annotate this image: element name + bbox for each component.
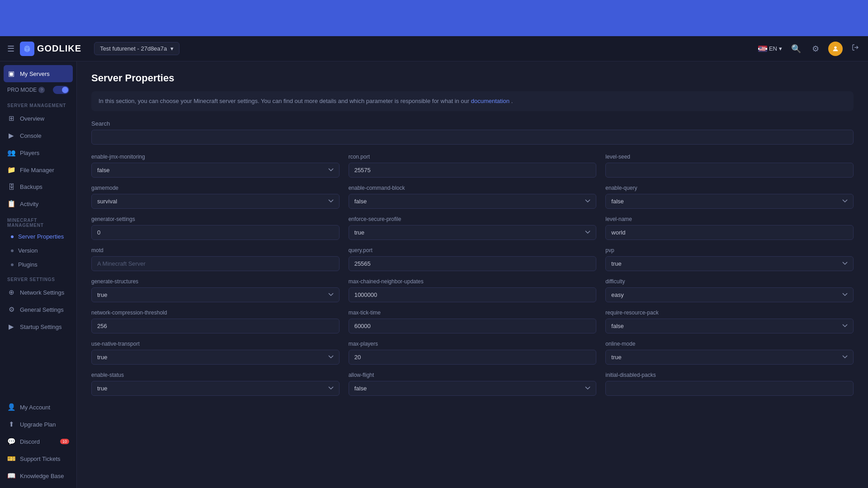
backups-icon: 🗄 xyxy=(7,183,15,191)
sidebar-item-support-tickets[interactable]: 🎫 Support Tickets xyxy=(0,450,76,467)
sidebar-item-network-settings-label: Network Settings xyxy=(20,289,64,296)
upgrade-plan-icon: ⬆ xyxy=(7,420,15,428)
sidebar-item-backups[interactable]: 🗄 Backups xyxy=(0,178,76,195)
property-field-generator-settings: generator-settings xyxy=(91,216,340,240)
property-select-difficulty[interactable]: peacefuleasynormalhard xyxy=(605,287,854,302)
server-management-section: SERVER MANAGEMENT xyxy=(0,98,76,110)
search-icon[interactable]: 🔍 xyxy=(789,42,803,56)
property-field-initial-disabled-packs: initial-disabled-packs xyxy=(605,372,854,396)
property-select-use-native-transport[interactable]: truefalse xyxy=(91,350,340,365)
sidebar-item-file-manager-label: File Manager xyxy=(20,167,54,174)
sidebar-item-overview[interactable]: ⊞ Overview xyxy=(0,110,76,127)
documentation-link[interactable]: documentation xyxy=(471,98,509,104)
support-tickets-icon: 🎫 xyxy=(7,455,15,463)
property-select-enable-command-block[interactable]: falsetrue xyxy=(349,194,597,209)
sidebar-item-overview-label: Overview xyxy=(20,115,44,122)
sidebar-item-my-servers[interactable]: ▣ My Servers xyxy=(4,65,73,82)
server-selector[interactable]: Test futurenet - 27d8ea7a ▾ xyxy=(94,42,179,55)
property-label-allow-flight: allow-flight xyxy=(349,372,597,378)
sidebar-item-version-label: Version xyxy=(18,247,38,254)
sidebar: ▣ My Servers PRO MODE ? SERVER MANAGEMEN… xyxy=(0,61,77,488)
properties-grid: enable-jmx-monitoringfalsetruercon.portl… xyxy=(91,154,854,396)
header-right: 🇺🇸 EN ▾ 🔍 ⚙ xyxy=(758,42,861,56)
info-banner-text: In this section, you can choose your Min… xyxy=(99,98,471,104)
server-selector-label: Test futurenet - 27d8ea7a xyxy=(100,45,167,52)
property-input-level-seed[interactable] xyxy=(605,163,854,178)
property-label-online-mode: online-mode xyxy=(605,341,854,347)
property-select-enable-query[interactable]: falsetrue xyxy=(605,194,854,209)
property-select-generate-structures[interactable]: truefalse xyxy=(91,287,340,302)
search-label: Search xyxy=(91,120,854,127)
property-field-online-mode: online-modetruefalse xyxy=(605,341,854,365)
property-field-enable-query: enable-queryfalsetrue xyxy=(605,185,854,209)
sidebar-item-support-tickets-label: Support Tickets xyxy=(20,455,61,462)
sidebar-item-activity[interactable]: 📋 Activity xyxy=(0,195,76,212)
property-input-network-compression-threshold[interactable] xyxy=(91,319,340,333)
property-field-enable-status: enable-statustruefalse xyxy=(91,372,340,396)
sidebar-item-my-servers-label: My Servers xyxy=(20,70,50,77)
layout: ▣ My Servers PRO MODE ? SERVER MANAGEMEN… xyxy=(0,61,868,488)
property-input-generator-settings[interactable] xyxy=(91,225,340,240)
sidebar-item-backups-label: Backups xyxy=(20,183,42,190)
pro-mode-toggle[interactable] xyxy=(53,86,69,94)
console-icon: ▶ xyxy=(7,131,15,140)
search-input[interactable] xyxy=(91,130,854,145)
svg-point-0 xyxy=(834,46,836,48)
property-select-enable-jmx-monitoring[interactable]: falsetrue xyxy=(91,163,340,178)
property-input-max-tick-time[interactable] xyxy=(349,319,597,333)
sidebar-item-knowledge-base[interactable]: 📖 Knowledge Base xyxy=(0,467,76,484)
general-settings-icon: ⚙ xyxy=(7,305,15,314)
sidebar-item-players[interactable]: 👥 Players xyxy=(0,144,76,161)
sidebar-item-upgrade-plan[interactable]: ⬆ Upgrade Plan xyxy=(0,416,76,433)
property-input-rcon-port[interactable] xyxy=(349,163,597,178)
hamburger-icon[interactable]: ☰ xyxy=(7,44,14,54)
property-label-level-name: level-name xyxy=(605,216,854,222)
sidebar-item-console[interactable]: ▶ Console xyxy=(0,127,76,144)
property-field-enable-jmx-monitoring: enable-jmx-monitoringfalsetrue xyxy=(91,154,340,178)
property-label-gamemode: gamemode xyxy=(91,185,340,191)
property-input-initial-disabled-packs[interactable] xyxy=(605,381,854,396)
property-select-require-resource-pack[interactable]: falsetrue xyxy=(605,319,854,333)
sidebar-item-server-properties[interactable]: Server Properties xyxy=(0,230,76,244)
property-select-enable-status[interactable]: truefalse xyxy=(91,381,340,396)
property-field-allow-flight: allow-flightfalsetrue xyxy=(349,372,597,396)
sidebar-item-file-manager[interactable]: 📁 File Manager xyxy=(0,161,76,178)
property-input-query-port[interactable] xyxy=(349,256,597,271)
property-select-gamemode[interactable]: survivalcreativeadventurespectator xyxy=(91,194,340,209)
property-select-pvp[interactable]: truefalse xyxy=(605,256,854,271)
property-input-max-players[interactable] xyxy=(349,350,597,365)
property-input-level-name[interactable] xyxy=(605,225,854,240)
logout-icon[interactable] xyxy=(850,42,861,55)
sidebar-item-plugins-label: Plugins xyxy=(18,261,38,268)
startup-settings-icon: ▶ xyxy=(7,323,15,331)
property-field-query-port: query.port xyxy=(349,247,597,271)
sidebar-item-my-account[interactable]: 👤 My Account xyxy=(0,399,76,416)
property-label-pvp: pvp xyxy=(605,247,854,253)
sidebar-item-startup-settings[interactable]: ▶ Startup Settings xyxy=(0,318,76,335)
property-field-network-compression-threshold: network-compression-threshold xyxy=(91,310,340,333)
sidebar-item-general-settings-label: General Settings xyxy=(20,306,64,313)
sidebar-item-upgrade-plan-label: Upgrade Plan xyxy=(20,421,56,428)
lang-selector[interactable]: 🇺🇸 EN ▾ xyxy=(758,45,782,52)
property-input-max-chained-neighbor-updates[interactable] xyxy=(349,287,597,302)
property-label-enable-command-block: enable-command-block xyxy=(349,185,597,191)
settings-icon[interactable]: ⚙ xyxy=(810,42,821,56)
header: ☰ GODLIKE Test futurenet - 27d8ea7a ▾ 🇺🇸… xyxy=(0,36,868,61)
property-select-allow-flight[interactable]: falsetrue xyxy=(349,381,597,396)
property-input-motd[interactable] xyxy=(91,256,340,271)
property-select-enforce-secure-profile[interactable]: truefalse xyxy=(349,225,597,240)
overview-icon: ⊞ xyxy=(7,114,15,122)
pro-mode-info-icon[interactable]: ? xyxy=(38,87,45,93)
knowledge-base-icon: 📖 xyxy=(7,472,15,480)
sidebar-item-general-settings[interactable]: ⚙ General Settings xyxy=(0,301,76,318)
sidebar-item-network-settings[interactable]: ⊕ Network Settings xyxy=(0,284,76,301)
property-select-online-mode[interactable]: truefalse xyxy=(605,350,854,365)
sidebar-item-version[interactable]: Version xyxy=(0,244,76,258)
sidebar-item-discord[interactable]: 💬 Discord 10 xyxy=(0,433,76,450)
property-field-max-tick-time: max-tick-time xyxy=(349,310,597,333)
avatar[interactable] xyxy=(828,42,843,56)
server-settings-section: SERVER SETTINGS xyxy=(0,272,76,284)
property-label-enable-query: enable-query xyxy=(605,185,854,191)
lang-chevron: ▾ xyxy=(779,45,782,52)
sidebar-item-plugins[interactable]: Plugins xyxy=(0,258,76,272)
